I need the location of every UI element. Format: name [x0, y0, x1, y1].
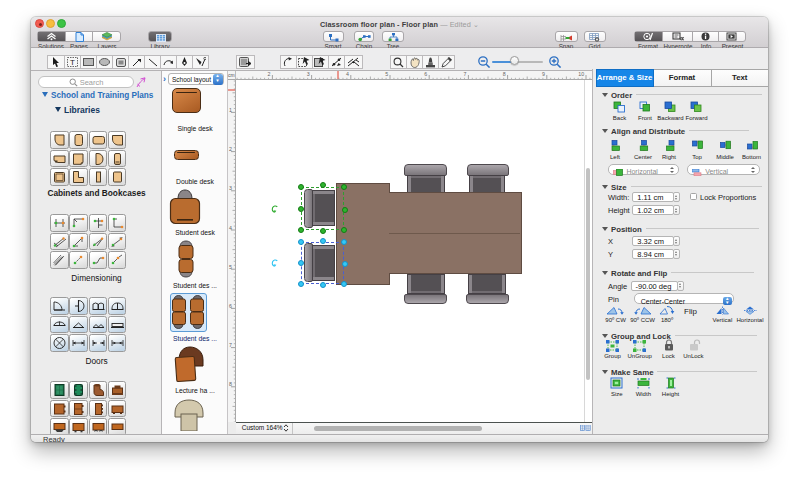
svg-text:8: 8 — [503, 71, 506, 77]
svg-text:3: 3 — [229, 185, 232, 191]
svg-text:T: T — [70, 58, 75, 67]
svg-text:2: 2 — [229, 146, 232, 152]
svg-text:6: 6 — [424, 71, 427, 77]
svg-text:7: 7 — [464, 71, 467, 77]
svg-text:3: 3 — [307, 71, 310, 77]
svg-text:5: 5 — [229, 264, 232, 270]
svg-text:1: 1 — [229, 107, 232, 113]
svg-text:9: 9 — [542, 71, 545, 77]
svg-text:8: 8 — [229, 381, 232, 387]
svg-text:4: 4 — [346, 71, 349, 77]
svg-text:10: 10 — [578, 71, 584, 77]
svg-text:2: 2 — [268, 71, 271, 77]
svg-text:6: 6 — [229, 303, 232, 309]
svg-text:7: 7 — [229, 342, 232, 348]
svg-text:5: 5 — [385, 71, 388, 77]
svg-text:4: 4 — [229, 225, 232, 231]
